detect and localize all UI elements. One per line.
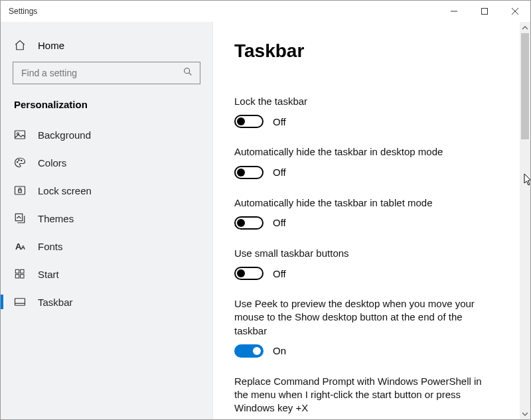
sidebar-section-title: Personalization [1,99,212,121]
start-icon [14,268,26,280]
toggle-switch[interactable] [234,115,264,128]
sidebar-item-lockscreen[interactable]: Lock screen [1,176,212,204]
svg-point-4 [185,68,190,74]
sidebar-item-background[interactable]: Background [1,121,212,149]
maximize-button[interactable] [469,1,500,22]
setting-label: Replace Command Prompt with Windows Powe… [234,375,493,415]
page-title: Taskbar [234,40,493,62]
close-button[interactable] [500,1,530,22]
toggle-state-text: Off [273,116,286,127]
svg-point-10 [21,160,23,161]
search-icon [183,66,193,80]
setting-label: Automatically hide the taskbar in deskto… [234,145,493,159]
sidebar-item-label: Colors [38,157,66,169]
svg-rect-16 [15,275,19,278]
sidebar-item-taskbar[interactable]: Taskbar [1,288,212,316]
sidebar-item-label: Start [38,269,59,280]
palette-icon [14,157,26,169]
sidebar: Home Personalization Background [1,22,213,419]
svg-rect-14 [15,269,19,273]
minimize-button[interactable] [439,1,469,22]
svg-line-5 [189,73,192,76]
setting-row: Use small taskbar buttonsOff [234,247,493,280]
sidebar-item-label: Background [38,129,91,141]
toggle-state-text: Off [273,217,286,228]
themes-icon [14,212,26,224]
toggle-switch[interactable] [234,344,264,358]
picture-icon [14,129,26,141]
svg-rect-15 [21,269,24,273]
setting-label: Use small taskbar buttons [234,247,493,260]
svg-rect-13 [15,214,23,221]
content-area: Taskbar Lock the taskbarOffAutomatically… [213,22,530,419]
scrollbar-track[interactable] [520,33,530,408]
sidebar-item-fonts[interactable]: AA Fonts [1,232,212,260]
scrollbar-thumb[interactable] [521,33,529,139]
setting-label: Automatically hide the taskbar in tablet… [234,196,493,210]
setting-label: Lock the taskbar [234,95,493,108]
search-input[interactable] [20,67,183,79]
setting-row: Use Peek to preview the desktop when you… [234,297,493,358]
svg-point-8 [17,162,19,163]
sidebar-item-label: Taskbar [38,297,73,308]
settings-window: Settings Home P [0,0,531,420]
fonts-icon: AA [14,240,26,252]
sidebar-home[interactable]: Home [1,34,212,62]
sidebar-item-themes[interactable]: Themes [1,204,212,232]
scroll-up-arrow-icon[interactable] [520,22,530,33]
svg-rect-18 [15,299,25,306]
home-icon [14,39,26,51]
titlebar: Settings [1,1,530,22]
toggle-state-text: Off [273,167,286,178]
sidebar-item-start[interactable]: Start [1,260,212,288]
toggle-state-text: On [273,345,286,356]
svg-rect-17 [21,275,24,278]
search-box[interactable] [13,62,200,84]
setting-row: Automatically hide the taskbar in deskto… [234,145,493,178]
toggle-switch[interactable] [234,216,264,230]
setting-row: Lock the taskbarOff [234,95,493,128]
setting-row: Replace Command Prompt with Windows Powe… [234,375,493,419]
svg-point-9 [19,160,20,161]
svg-rect-12 [19,190,22,192]
toggle-switch[interactable] [234,267,264,280]
sidebar-home-label: Home [38,40,64,51]
vertical-scrollbar[interactable] [520,22,530,419]
toggle-switch[interactable] [234,166,264,179]
sidebar-item-colors[interactable]: Colors [1,149,212,176]
setting-row: Automatically hide the taskbar in tablet… [234,196,493,230]
sidebar-item-label: Fonts [38,241,63,252]
setting-label: Use Peek to preview the desktop when you… [234,297,493,338]
sidebar-nav: Background Colors Lock screen [1,121,212,316]
taskbar-icon [14,296,26,308]
toggle-state-text: Off [273,268,286,279]
scroll-down-arrow-icon[interactable] [520,408,530,419]
svg-rect-6 [15,131,25,139]
sidebar-item-label: Lock screen [38,185,92,196]
window-title: Settings [9,7,37,16]
sidebar-item-label: Themes [38,213,74,224]
lockscreen-icon [14,184,26,196]
svg-rect-1 [482,9,488,15]
